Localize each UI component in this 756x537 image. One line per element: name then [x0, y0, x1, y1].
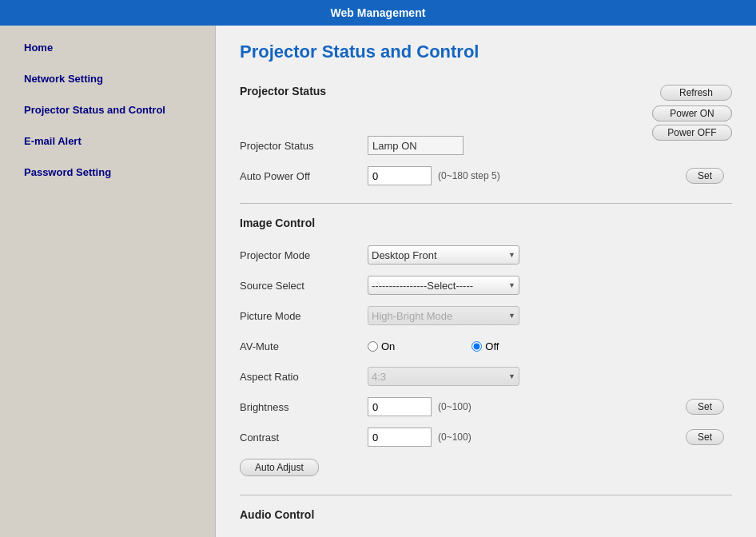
brightness-input[interactable] [368, 397, 432, 416]
aspect-ratio-label: Aspect Ratio [240, 371, 368, 383]
av-mute-label: AV-Mute [240, 340, 368, 352]
picture-mode-select[interactable]: High-Bright Mode Standard Mode sRGB Movi… [368, 306, 519, 325]
sidebar-item-password-setting[interactable]: Password Setting [24, 166, 191, 178]
auto-power-off-set-button[interactable]: Set [686, 168, 724, 184]
av-mute-on-label[interactable]: On [368, 340, 395, 352]
audio-control-section: Audio Control Volume (0~31) Set Mute On [240, 508, 732, 537]
source-select-select[interactable]: ----------------Select----- [368, 276, 519, 295]
audio-control-title: Audio Control [240, 508, 732, 524]
projector-mode-select[interactable]: Desktop Front Desktop Rear Ceiling Front… [368, 245, 519, 265]
projector-status-section: Projector Status Refresh Power ON Power … [240, 82, 732, 187]
header-title: Web Management [331, 6, 426, 19]
power-off-button[interactable]: Power OFF [652, 125, 732, 141]
projector-status-input [368, 136, 464, 155]
contrast-hint: (0~100) [438, 432, 472, 443]
brightness-set-button[interactable]: Set [686, 399, 724, 415]
projector-status-section-title: Projector Status [240, 85, 326, 101]
auto-power-off-label: Auto Power Off [240, 170, 368, 182]
av-mute-on-radio[interactable] [368, 341, 378, 352]
sidebar-item-email-alert[interactable]: E-mail Alert [24, 135, 191, 147]
projector-mode-label: Projector Mode [240, 249, 368, 261]
source-select-label: Source Select [240, 280, 368, 292]
picture-mode-label: Picture Mode [240, 310, 368, 322]
projector-status-label: Projector Status [240, 140, 368, 152]
auto-adjust-button[interactable]: Auto Adjust [240, 459, 319, 476]
av-mute-on-text: On [381, 340, 395, 352]
contrast-label: Contrast [240, 432, 368, 444]
page-title: Projector Status and Control [240, 42, 732, 62]
main-content: Projector Status and Control Projector S… [216, 26, 756, 537]
sidebar: Home Network Setting Projector Status an… [0, 26, 216, 537]
av-mute-off-label[interactable]: Off [472, 340, 499, 352]
refresh-button[interactable]: Refresh [660, 85, 732, 101]
sidebar-item-projector-status[interactable]: Projector Status and Control [24, 104, 191, 116]
sidebar-item-network-setting[interactable]: Network Setting [24, 73, 191, 85]
image-control-section: Image Control Projector Mode Desktop Fro… [240, 217, 732, 479]
contrast-input[interactable] [368, 428, 432, 447]
sidebar-item-home[interactable]: Home [24, 42, 191, 54]
image-control-title: Image Control [240, 217, 732, 233]
av-mute-off-text: Off [485, 340, 499, 352]
brightness-hint: (0~100) [438, 401, 472, 412]
top-bar: Web Management [0, 0, 756, 26]
aspect-ratio-select[interactable]: 4:3 16:9 16:10 [368, 367, 519, 386]
av-mute-off-radio[interactable] [472, 341, 482, 352]
power-on-button[interactable]: Power ON [652, 105, 732, 121]
brightness-label: Brightness [240, 401, 368, 413]
contrast-set-button[interactable]: Set [686, 429, 724, 445]
auto-power-off-input[interactable] [368, 166, 432, 185]
auto-power-off-hint: (0~180 step 5) [438, 170, 500, 181]
